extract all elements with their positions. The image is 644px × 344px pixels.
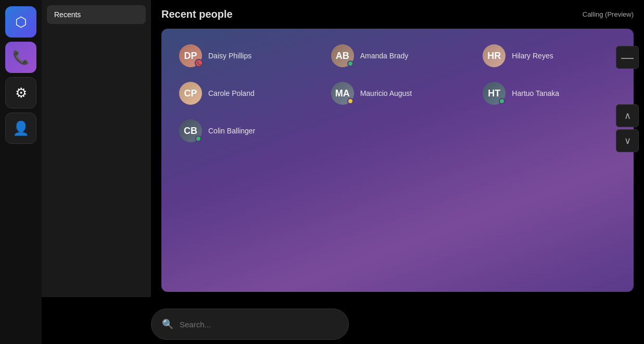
status-dot xyxy=(499,98,505,104)
status-dot xyxy=(347,98,353,104)
sidebar-item-settings[interactable]: ⚙ xyxy=(5,77,36,108)
avatar-wrap: CB xyxy=(179,119,202,142)
people-grid: DP📞Daisy PhillipsABAmanda BradyHRHilary … xyxy=(172,39,623,148)
scroll-up-button[interactable]: ∧ xyxy=(616,104,639,127)
person-name: Colin Ballinger xyxy=(208,127,255,135)
people-grid-container: DP📞Daisy PhillipsABAmanda BradyHRHilary … xyxy=(161,29,634,292)
person-card-hilary[interactable]: HRHilary Reyes xyxy=(475,39,623,72)
nav-item-recents[interactable]: Recents xyxy=(47,5,146,24)
status-dot xyxy=(347,60,353,67)
search-bar[interactable]: 🔍 xyxy=(151,309,349,340)
nav-panel: Recents xyxy=(42,0,151,297)
person-name: Amanda Brady xyxy=(360,52,409,60)
scroll-down-button[interactable]: ∨ xyxy=(616,129,639,152)
header: Recent people Calling (Preview) xyxy=(151,0,644,29)
page-title: Recent people xyxy=(161,8,233,20)
settings-icon: ⚙ xyxy=(15,85,27,101)
person-name: Daisy Phillips xyxy=(208,52,251,60)
search-input[interactable] xyxy=(180,320,338,329)
person-name: Hilary Reyes xyxy=(512,52,553,60)
sidebar-item-calls[interactable]: 📞 xyxy=(5,42,36,73)
avatar-wrap: CP xyxy=(179,82,202,105)
person-card-mauricio[interactable]: MAMauricio August xyxy=(324,77,472,110)
avatar-wrap: DP📞 xyxy=(179,44,202,67)
scroll-buttons: ∧ ∨ xyxy=(616,104,639,152)
avatar-wrap: AB xyxy=(331,44,354,67)
status-dot xyxy=(195,136,201,142)
teams-icon: ⬡ xyxy=(15,14,27,30)
person-card-amanda[interactable]: ABAmanda Brady xyxy=(324,39,472,72)
status-dot: 📞 xyxy=(195,59,203,67)
minimize-button[interactable]: — xyxy=(616,46,639,69)
sidebar: ⬡ 📞 ⚙ 👤 xyxy=(0,0,42,344)
profile-icon: 👤 xyxy=(12,120,29,137)
calls-icon: 📞 xyxy=(12,50,29,66)
avatar-wrap: MA xyxy=(331,82,354,105)
chevron-up-icon: ∧ xyxy=(624,110,631,121)
person-card-daisy[interactable]: DP📞Daisy Phillips xyxy=(172,39,320,72)
avatar-wrap: HT xyxy=(483,82,506,105)
search-icon: 🔍 xyxy=(162,318,173,330)
sidebar-item-profile[interactable]: 👤 xyxy=(5,113,36,144)
person-name: Mauricio August xyxy=(360,89,412,97)
person-name: Carole Poland xyxy=(208,89,255,97)
person-card-hartuo[interactable]: HTHartuo Tanaka xyxy=(475,77,623,110)
sidebar-item-teams[interactable]: ⬡ xyxy=(5,6,36,38)
chevron-down-icon: ∨ xyxy=(624,135,631,146)
person-card-colin[interactable]: CBColin Ballinger xyxy=(172,114,320,148)
calling-preview-label: Calling (Preview) xyxy=(583,10,634,18)
avatar: HR xyxy=(483,44,506,67)
avatar: CP xyxy=(179,82,202,105)
avatar-wrap: HR xyxy=(483,44,506,67)
person-name: Hartuo Tanaka xyxy=(512,89,559,97)
person-card-carole[interactable]: CPCarole Poland xyxy=(172,77,320,110)
main-content: Recent people Calling (Preview) DP📞Daisy… xyxy=(151,0,644,297)
